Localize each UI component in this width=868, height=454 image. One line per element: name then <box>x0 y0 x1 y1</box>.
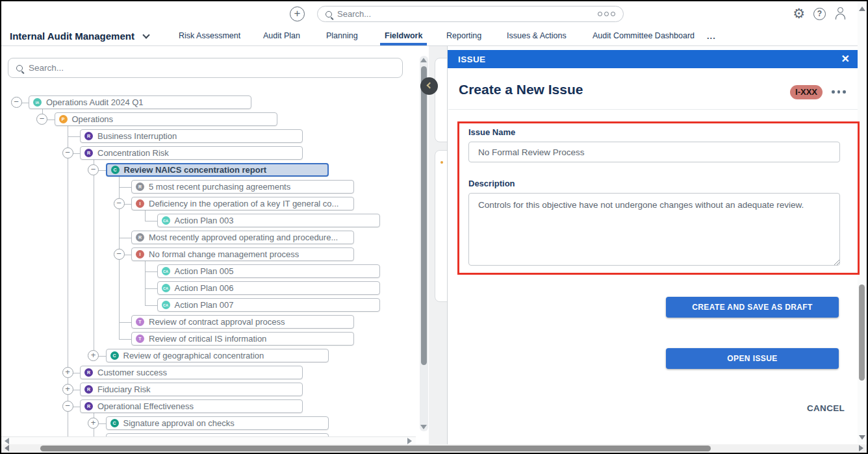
navbar: Internal Audit Management Risk Assessmen… <box>1 27 867 46</box>
close-icon[interactable]: ✕ <box>841 54 850 64</box>
hidden-card-dot-icon <box>440 161 443 164</box>
cancel-button[interactable]: CANCEL <box>807 403 845 413</box>
tree-node[interactable]: POperations <box>55 112 277 126</box>
chevron-left-icon <box>427 82 433 89</box>
scroll-down-arrow[interactable] <box>859 435 865 440</box>
request-icon: R <box>136 233 144 242</box>
app-switcher[interactable]: Internal Audit Management <box>10 27 149 45</box>
open-issue-button[interactable]: OPEN ISSUE <box>666 348 839 369</box>
page-vertical-scrollbar <box>858 1 867 444</box>
collapse-node-icon[interactable]: − <box>114 198 125 209</box>
tree-node[interactable]: RFiduciary Risk <box>80 383 303 396</box>
issue-id-badge: I-XXX <box>790 85 823 99</box>
tree-node[interactable]: IDeficiency in the operation of a key IT… <box>131 197 354 210</box>
collapse-node-icon[interactable]: − <box>88 164 99 175</box>
help-icon[interactable]: ? <box>813 8 826 20</box>
user-profile-icon[interactable] <box>834 6 847 21</box>
issue-name-field[interactable] <box>468 142 840 162</box>
page-vscroll-thumb[interactable] <box>859 284 865 381</box>
tree-node-label: Action Plan 006 <box>175 283 234 293</box>
corrective-action-icon: CA <box>162 267 170 275</box>
tree-node-label: Concentration Risk <box>97 148 169 158</box>
hidden-card <box>435 58 447 142</box>
panel-header-title: ISSUE <box>458 55 841 64</box>
tree-connector <box>145 210 146 221</box>
collapse-node-icon[interactable]: − <box>62 401 73 412</box>
collapse-node-icon[interactable]: − <box>36 114 47 125</box>
tree-node-label: Action Plan 007 <box>175 300 234 310</box>
expand-node-icon[interactable]: + <box>62 367 73 378</box>
tree-search-input[interactable] <box>29 63 394 73</box>
internal-audit-icon: IA <box>33 98 42 107</box>
expand-node-icon[interactable]: + <box>88 350 99 361</box>
tab-planning[interactable]: Planning <box>326 27 358 45</box>
global-search[interactable] <box>317 6 624 22</box>
tree-node[interactable]: CSignature approval on checks <box>106 416 329 430</box>
tree-node-label: Business Interruption <box>97 131 177 141</box>
tree-node[interactable]: RMost recently approved operating and pr… <box>131 231 354 244</box>
search-icon <box>326 11 332 18</box>
collapse-node-icon[interactable]: − <box>11 97 22 108</box>
tree-node[interactable]: RCustomer success <box>80 366 303 379</box>
risk-icon: R <box>84 368 93 377</box>
tab-reporting[interactable]: Reporting <box>446 27 481 45</box>
settings-gear-icon[interactable]: ⚙ <box>793 6 805 21</box>
scroll-up-arrow[interactable] <box>859 6 865 11</box>
more-options-icon[interactable] <box>832 90 846 94</box>
tree-node-label: Action Plan 005 <box>175 266 234 276</box>
risk-icon: R <box>84 402 93 410</box>
scroll-down-arrow[interactable] <box>420 425 427 429</box>
issue-panel: ISSUE ✕ Create a New Issue I-XXX Issue N… <box>447 46 860 446</box>
tree-node[interactable]: RConcentration Risk <box>80 146 303 160</box>
tree-connector <box>68 136 80 137</box>
tree-node[interactable]: CAAction Plan 007 <box>157 298 380 312</box>
tree-vscroll-thumb[interactable] <box>421 66 427 365</box>
advanced-search-icon[interactable] <box>598 12 615 16</box>
tab-issues-actions[interactable]: Issues & Actions <box>507 27 567 45</box>
resize-grip-icon[interactable] <box>834 259 839 265</box>
tree-node[interactable]: R5 most recent purchasing agreements <box>131 180 354 194</box>
tree-node[interactable]: IAOperations Audit 2024 Q1 <box>29 95 251 109</box>
tab-audit-plan[interactable]: Audit Plan <box>263 27 300 45</box>
tree-node[interactable]: CReview of geographical concentration <box>106 349 329 362</box>
tree-node[interactable]: TReview of critical IS information <box>131 332 354 346</box>
tree-node[interactable]: TReview of contract approval process <box>131 315 354 329</box>
add-icon[interactable]: + <box>290 6 305 21</box>
expand-node-icon[interactable]: + <box>88 418 99 429</box>
tab-more-icon[interactable]: ... <box>707 27 716 45</box>
tree-search[interactable] <box>8 58 403 78</box>
tab-fieldwork[interactable]: Fieldwork <box>385 27 422 45</box>
tree-connector <box>145 221 157 221</box>
scroll-right-arrow[interactable] <box>859 445 863 451</box>
tree-node-label: Most recently approved operating and pro… <box>149 233 338 242</box>
scroll-left-arrow[interactable] <box>5 445 9 451</box>
tab-risk-assessment[interactable]: Risk Assessment <box>179 27 240 45</box>
scroll-up-arrow[interactable] <box>420 58 427 62</box>
control-icon: C <box>110 351 119 360</box>
corrective-action-icon: CA <box>162 301 170 309</box>
tree-node[interactable]: ROperational Effectiveness <box>80 399 303 413</box>
description-field[interactable]: Controls for this objective have not und… <box>468 193 840 266</box>
collapse-panel-button[interactable] <box>420 77 438 95</box>
collapse-node-icon[interactable]: − <box>62 147 73 158</box>
tree-node[interactable]: CAAction Plan 003 <box>157 214 380 227</box>
scroll-left-arrow[interactable] <box>5 438 9 444</box>
audit-tree-panel: IAOperations Audit 2024 Q1−POperations−R… <box>1 46 418 436</box>
hidden-panel-edge <box>429 46 447 446</box>
expand-node-icon[interactable]: + <box>62 384 73 395</box>
collapse-node-icon[interactable]: − <box>114 249 125 260</box>
tree-node[interactable]: CAAction Plan 006 <box>157 281 380 295</box>
tree-node[interactable]: CAAction Plan 005 <box>157 264 380 278</box>
tree-node-label: Review NAICS concentration report <box>124 165 267 175</box>
tree-connector <box>145 261 146 305</box>
create-save-draft-button[interactable]: CREATE AND SAVE AS DRAFT <box>666 297 839 318</box>
global-search-input[interactable] <box>337 9 598 19</box>
scroll-right-arrow[interactable] <box>407 438 412 444</box>
tree-node[interactable]: CReview NAICS concentration report <box>106 163 329 177</box>
tree-node[interactable]: INo formal change management process <box>131 247 354 261</box>
tree-node[interactable]: RBusiness Interruption <box>80 129 303 143</box>
tab-audit-committee-dashboard[interactable]: Audit Committee Dashboard <box>593 27 695 45</box>
risk-icon: R <box>84 385 93 394</box>
page-hscroll-thumb[interactable] <box>40 446 711 451</box>
tree-node-label: 5 most recent purchasing agreements <box>149 182 290 192</box>
